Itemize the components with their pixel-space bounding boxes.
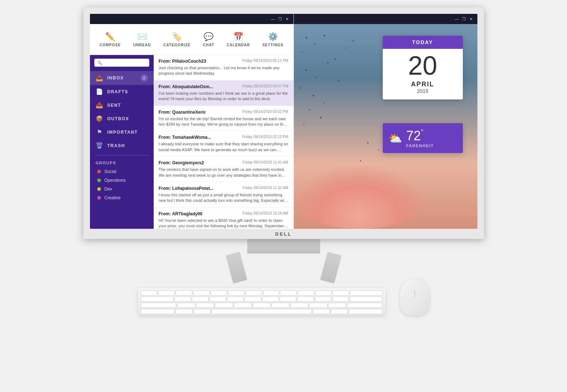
sidebar-group-operations[interactable]: Operations: [90, 176, 154, 185]
email-date: Friday 09/14/2019 11:41 AM: [243, 160, 288, 165]
email-item[interactable]: From: ARTbaglady00Friday 09/14/2019 10:1…: [154, 208, 294, 229]
email-preview: Hi! You've been selected to win a $500 V…: [159, 218, 288, 229]
minimize-button[interactable]: —: [271, 17, 275, 21]
cloud-decoration: [294, 163, 432, 229]
key: [312, 309, 330, 314]
outbox-label: OUTBOX: [107, 116, 129, 121]
key: [253, 303, 271, 308]
toolbar-categorize[interactable]: 🏷️ CATEGORIZE: [160, 31, 193, 48]
calendar-month: APRIL: [383, 81, 463, 88]
right-close-button[interactable]: ✕: [469, 17, 474, 21]
email-item[interactable]: From: LollapaloosaPotat...Friday 09/14/2…: [154, 182, 294, 208]
sidebar-group-creative[interactable]: Creative: [90, 193, 154, 202]
email-item[interactable]: From: Georgiemyers2Friday 09/14/2019 11:…: [154, 157, 294, 182]
key: [263, 290, 280, 295]
mouse[interactable]: [400, 279, 429, 315]
social-dot: [97, 170, 101, 173]
drafts-label: DRAFTS: [107, 89, 129, 94]
sidebar-item-drafts[interactable]: 📄 DRAFTS: [90, 85, 154, 98]
sidebar-item-inbox[interactable]: 📥 INBOX 2: [90, 71, 154, 85]
sidebar-group-social[interactable]: Social: [90, 167, 154, 176]
toolbar-calendar[interactable]: 📅 CALENDAR: [224, 31, 253, 48]
key: [271, 303, 290, 308]
screen: — ❐ ✕ ✏️ COMPOSE ✉️ UNREAD 🏷️: [90, 14, 477, 229]
important-icon: ⚑: [96, 129, 103, 136]
key: [315, 297, 331, 302]
sent-icon: 📤: [96, 102, 103, 109]
email-date: Friday 09/14/2019 10:18 AM: [243, 211, 288, 216]
sidebar-divider: [94, 155, 149, 156]
key-enter: [350, 297, 382, 302]
key: [193, 290, 210, 295]
sidebar-item-trash[interactable]: 🗑️ TRASH: [90, 139, 154, 152]
key: [227, 297, 244, 302]
toolbar-compose[interactable]: ✏️ COMPOSE: [97, 31, 124, 48]
key: [228, 290, 245, 295]
right-minimize-button[interactable]: —: [455, 17, 459, 21]
key: [332, 297, 349, 302]
email-from: From: PillalooCouch23: [159, 59, 206, 64]
compose-icon: ✏️: [105, 32, 115, 42]
weather-widget: ⛅ 72 ° FARENHEIT: [383, 123, 463, 153]
toolbar-unread[interactable]: ✉️ UNREAD: [130, 31, 154, 48]
weather-label: FARENHEIT: [406, 144, 434, 148]
email-preview: I'm so excited for the ski trip! Barrett…: [159, 116, 288, 128]
calendar-day: 20: [383, 49, 463, 81]
chat-label: CHAT: [203, 43, 214, 47]
calendar-nav-icon: 📅: [233, 32, 243, 42]
toolbar-chat[interactable]: 💬 CHAT: [200, 31, 217, 48]
settings-icon: ⚙️: [268, 32, 278, 42]
email-from: From: ARTbaglady00: [159, 211, 202, 216]
key: [244, 297, 261, 302]
email-date: Friday 09/14/2019 11:32 AM: [243, 186, 288, 191]
email-body: 🔍 📥 INBOX 2 📄 DRAFTS: [90, 55, 294, 229]
key: [193, 309, 211, 314]
email-from: From: TomahawkWoma...: [159, 135, 211, 140]
dev-label: Dev: [105, 187, 112, 192]
trash-icon: 🗑️: [96, 142, 103, 149]
email-title-bar: — ❐ ✕: [90, 14, 294, 24]
stand-neck: [247, 239, 320, 254]
email-app: — ❐ ✕ ✏️ COMPOSE ✉️ UNREAD 🏷️: [90, 14, 294, 229]
inbox-badge: 2: [141, 74, 148, 82]
compose-label: COMPOSE: [100, 43, 121, 47]
sidebar-item-important[interactable]: ⚑ IMPORTANT: [90, 125, 154, 139]
key: [234, 303, 252, 308]
email-item[interactable]: From: QuarantineXericFriday 09/14/2019 0…: [154, 106, 294, 132]
dev-dot: [97, 187, 101, 191]
email-item[interactable]: From: AbsquatulateOsm...Friday 09/14/201…: [154, 81, 294, 106]
email-date: Friday 09/14/2019 02:13 PM: [242, 135, 288, 140]
email-preview: I know this started off as just a small …: [159, 192, 288, 204]
key-ctrl-right: [349, 309, 382, 314]
key: [192, 297, 209, 302]
key: [215, 303, 233, 308]
unread-label: UNREAD: [133, 43, 151, 47]
search-input[interactable]: [104, 60, 146, 65]
email-from: From: AbsquatulateOsm...: [159, 84, 213, 89]
close-button[interactable]: ✕: [286, 17, 290, 21]
sidebar-group-dev[interactable]: Dev: [90, 185, 154, 193]
weather-icon: ⛅: [389, 132, 402, 145]
sidebar-item-outbox[interactable]: 📦 OUTBOX: [90, 112, 154, 125]
search-box[interactable]: 🔍: [94, 59, 149, 67]
key: [174, 297, 191, 302]
key: [297, 297, 314, 302]
desk-area: [138, 279, 429, 323]
email-from: From: QuarantineXeric: [159, 110, 206, 115]
email-date: Friday 09/14/2019 05:11 PM: [242, 59, 288, 64]
email-item[interactable]: From: PillalooCouch23Friday 09/14/2019 0…: [154, 55, 294, 81]
operations-label: Operations: [105, 178, 126, 183]
right-maximize-button[interactable]: ❐: [462, 17, 466, 21]
stand-legs: [225, 254, 342, 275]
toolbar-settings[interactable]: ⚙️ SETTINGS: [259, 31, 286, 48]
key: [158, 290, 175, 295]
sidebar-item-sent[interactable]: 📤 SENT: [90, 98, 154, 112]
email-item[interactable]: From: TomahawkWoma...Friday 09/14/2019 0…: [154, 131, 294, 157]
search-icon: 🔍: [97, 60, 102, 65]
key: [196, 303, 214, 308]
maximize-button[interactable]: ❐: [278, 17, 283, 21]
key-ctrl-left: [141, 309, 175, 314]
monitor-bezel: — ❐ ✕ ✏️ COMPOSE ✉️ UNREAD 🏷️: [83, 7, 484, 239]
key: [328, 303, 346, 308]
email-preview: I already told everyone to make sure tha…: [159, 141, 288, 153]
